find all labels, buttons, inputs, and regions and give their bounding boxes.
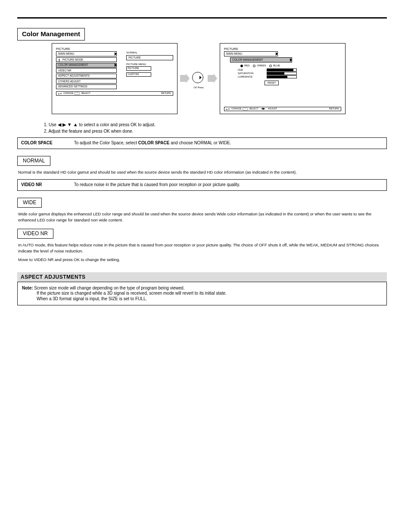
slider-hue[interactable]	[267, 68, 297, 72]
slider-luminance[interactable]	[267, 75, 297, 78]
text: To adjust the Color Space, select	[74, 140, 138, 145]
step-text: Adjust the feature and press OK when don…	[49, 129, 134, 134]
feature-name: VIDEO NR	[21, 182, 73, 188]
radio-label: BLUE	[273, 64, 280, 67]
para-video-nr-a: In AUTO mode, this feature helps reduce …	[17, 242, 387, 254]
menu-item-color-management[interactable]: COLOR MANAGEMENT	[56, 63, 117, 68]
nav-change-label: CHANGE	[63, 92, 74, 95]
ok-pill-icon	[242, 108, 248, 110]
main-menu-header: MAIN MENU	[56, 51, 117, 56]
updown-icon: ▲▼	[224, 108, 231, 110]
radio-blue[interactable]	[269, 65, 272, 67]
menu-item-advanced-settings[interactable]: ADVANCED SETTINGS	[56, 84, 117, 89]
note-box: Note: Screen size mode will change depen…	[17, 282, 387, 306]
menu-screen-picture: PICTURE MAIN MENU ▲▼PICTURE MODE COLOR M…	[52, 43, 177, 114]
nav-select-label: SELECT	[81, 92, 90, 95]
right-panel-header-label: PICTURE	[128, 56, 141, 59]
level-label: SATURATION	[238, 72, 254, 75]
header-rule	[17, 17, 387, 19]
triangle-right-icon	[199, 76, 202, 79]
leftright-icon: ◀▶	[258, 107, 268, 110]
nav-adjust-label: ADJUST	[268, 107, 277, 110]
screen-title: PICTURE	[224, 47, 341, 51]
radio-green[interactable]	[253, 65, 255, 67]
level-bars	[267, 68, 297, 79]
step-1: 1. Use ◀ ▶ ▼ ▲ to select a color and pre…	[17, 122, 387, 128]
value-box: CUSTOM	[126, 72, 151, 77]
main-menu-list: MAIN MENU ▲▼PICTURE MODE COLOR MANAGEMEN…	[56, 51, 117, 89]
sub-heading-video-nr: VIDEO NR	[17, 229, 53, 239]
note-line: When a 3D format signal is input, the SI…	[22, 296, 382, 302]
para-video-nr-b: Move to VIDEO NR and press OK to change …	[17, 257, 387, 263]
arrow-right-icon	[180, 74, 190, 83]
right-label: NORMAL	[126, 51, 173, 55]
menu-item-label: PICTURE MODE	[62, 58, 83, 62]
text-strong: COLOR SPACE	[138, 140, 170, 145]
nav-change-label: CHANGE	[231, 107, 242, 110]
triangle-right-icon	[276, 52, 278, 56]
step-text: to select a color and press OK to adjust…	[79, 122, 155, 127]
menu-item-label: COLOR MANAGEMENT	[58, 63, 88, 67]
sub-heading-wide: WIDE	[17, 198, 42, 208]
menu-item-picture-mode[interactable]: ▲▼PICTURE MODE	[56, 57, 117, 62]
nav-return-label: RETURN	[329, 107, 341, 110]
triangle-right-icon	[290, 58, 292, 62]
para-normal: Normal is the standard HD color gamut an…	[17, 169, 387, 175]
right-panel-header: PICTURE	[126, 55, 173, 60]
sub-panel-header: COLOR MANAGEMENT	[230, 57, 292, 62]
feature-desc: To adjust the Color Space, select COLOR …	[74, 140, 380, 146]
nav-select-label: SELECT	[249, 107, 258, 110]
screen-title: PICTURE	[56, 47, 173, 51]
menu-item-label: ASPECT ADJUSTMENTS	[58, 74, 90, 78]
triangle-right-icon	[115, 63, 117, 67]
section-bar-aspect-adjustments: ASPECT ADJUSTMENTS	[17, 272, 387, 282]
menu-screen-color-management: PICTURE MAIN MENU COLOR MANAGEMENT RED G…	[220, 43, 346, 114]
level-label: LUMINANCE	[238, 75, 254, 79]
reset-button[interactable]: RESET	[265, 81, 279, 85]
nav-bar: ▲▼ CHANGE SELECT RETURN	[56, 89, 173, 96]
ok-pill-icon	[74, 92, 80, 95]
level-label: HUE	[238, 68, 254, 72]
slider-saturation[interactable]	[267, 72, 297, 75]
menu-item-video-nr[interactable]: VIDEO NR	[56, 68, 117, 73]
screens-row: PICTURE MAIN MENU ▲▼PICTURE MODE COLOR M…	[52, 43, 387, 114]
nav-arrows-icon: ◀ ▶ ▼ ▲	[58, 122, 78, 127]
ok-dial[interactable]: OK Press	[192, 72, 205, 85]
updown-icon: ▲▼	[56, 92, 63, 95]
nav-bar: ▲▼ CHANGE SELECT ◀▶ ADJUST RETURN	[224, 105, 341, 111]
menu-item-label: OTHERS ADJUST	[58, 80, 81, 83]
note-line: Screen size mode will change depending o…	[34, 286, 184, 290]
main-menu-header-label: MAIN MENU	[58, 52, 74, 55]
feature-box-color-space: COLOR SPACE To adjust the Color Space, s…	[17, 137, 387, 149]
menu-item-aspect-adjustments[interactable]: ASPECT ADJUSTMENTS	[56, 74, 117, 78]
ok-dial-label: OK Press	[193, 86, 204, 89]
value-box: PICTURE	[126, 66, 151, 71]
text: and choose NORMAL or WIDE.	[169, 140, 231, 145]
nav-return-label: RETURN	[161, 92, 173, 95]
feature-box-video-nr: VIDEO NR To reduce noise in the picture …	[17, 179, 387, 191]
sub-heading-normal: NORMAL	[17, 156, 50, 166]
para-wide: Wide color gamut displays the enhanced L…	[17, 211, 387, 223]
main-menu-header-label: MAIN MENU	[226, 52, 242, 55]
menu-item-label: ADVANCED SETTINGS	[58, 85, 87, 88]
menu-item-label: VIDEO NR	[58, 69, 71, 72]
section-heading-color-management: Color Management	[17, 28, 85, 40]
menu-item-others-adjust[interactable]: OTHERS ADJUST	[56, 79, 117, 84]
arrow-right-icon	[208, 74, 217, 83]
note-line: If the picture size is changed while a 3…	[22, 291, 382, 296]
sub-panel-header-label: COLOR MANAGEMENT	[232, 58, 263, 61]
right-label: PICTURE MENU	[126, 63, 173, 66]
radio-red[interactable]	[240, 65, 243, 67]
svg-marker-1	[208, 74, 217, 83]
radio-label: RED	[244, 64, 250, 67]
triangle-right-icon	[115, 52, 117, 56]
main-menu-header: MAIN MENU	[224, 51, 278, 56]
svg-marker-0	[180, 74, 190, 83]
level-labels: HUE SATURATION LUMINANCE	[238, 68, 254, 79]
note-label: Note:	[22, 286, 34, 290]
feature-desc: To reduce noise in the picture that is c…	[74, 182, 380, 188]
radio-label: GREEN	[257, 64, 266, 67]
step-2: 2. Adjust the feature and press OK when …	[17, 129, 387, 134]
screen-right-column: NORMAL PICTURE PICTURE MENU PICTURE CUST…	[126, 51, 173, 77]
color-radio-row: RED GREEN BLUE	[238, 64, 341, 68]
